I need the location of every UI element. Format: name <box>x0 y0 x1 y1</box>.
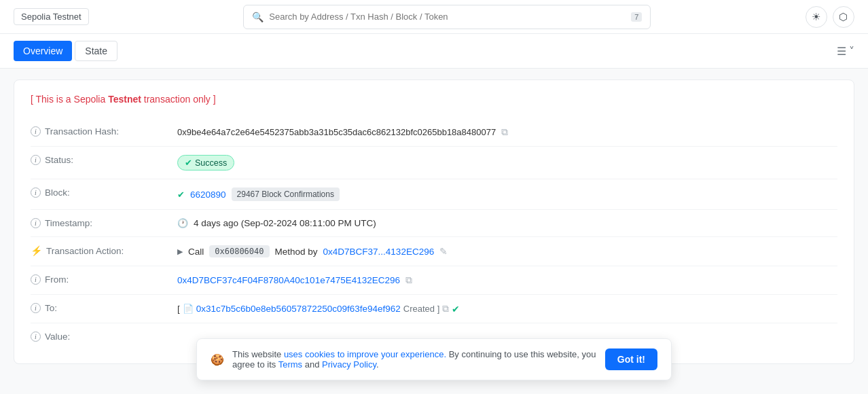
field-row-to: i To: [ 📄 0x31c7b5c6b0e8eb56057872250c09… <box>31 295 837 323</box>
transaction-card: [ This is a Sepolia Testnet transaction … <box>14 79 854 364</box>
lightning-icon: ⚡ <box>31 245 42 256</box>
main-content: [ This is a Sepolia Testnet transaction … <box>0 69 868 375</box>
value-info-icon[interactable]: i <box>31 332 41 342</box>
to-created-text: Created ] <box>403 304 439 314</box>
to-label: i To: <box>31 303 166 313</box>
search-shortcut-badge: 7 <box>631 12 642 22</box>
field-row-timestamp: i Timestamp: 🕐 4 days ago (Sep-02-2024 0… <box>31 210 837 237</box>
got-it-button[interactable]: Got it! <box>605 348 657 370</box>
terms-link[interactable]: Terms <box>278 359 302 370</box>
from-value-container: 0x4D7BCF37c4F04F8780A40c101e7475E4132EC2… <box>177 274 837 286</box>
testnet-bold: Testnet <box>108 94 141 105</box>
search-icon: 🔍 <box>252 12 264 22</box>
cookie-period: . <box>376 359 379 370</box>
hash-value: 0x9be4e64a7c2e64e5452375abb3a31b5c35dac6… <box>177 127 496 137</box>
action-value-container: ▶ Call 0x60806040 Method by 0x4D7BCF37..… <box>177 245 837 257</box>
status-value-container: ✔ Success <box>177 155 837 171</box>
confirmations-badge: 29467 Block Confirmations <box>232 187 340 201</box>
theme-toggle-button[interactable]: ☀ <box>806 6 827 28</box>
action-label: ⚡ Transaction Action: <box>31 245 166 256</box>
status-badge: ✔ Success <box>177 155 234 171</box>
status-info-icon[interactable]: i <box>31 155 41 165</box>
from-info-icon[interactable]: i <box>31 274 41 285</box>
search-bar: 🔍 7 <box>243 5 651 29</box>
tabs-left: Overview State <box>14 34 117 68</box>
edit-icon[interactable]: ✎ <box>439 246 448 257</box>
network-badge[interactable]: Sepolia Testnet <box>14 8 89 25</box>
from-label: i From: <box>31 274 166 285</box>
value-label: i Value: <box>31 332 166 342</box>
to-bracket-open: [ <box>177 304 180 314</box>
block-check-icon: ✔ <box>177 190 185 200</box>
cookie-icon: 🍪 <box>211 353 224 366</box>
field-row-action: ⚡ Transaction Action: ▶ Call 0x60806040 … <box>31 237 837 266</box>
hash-copy-icon[interactable]: ⧉ <box>501 126 508 138</box>
privacy-link[interactable]: Privacy Policy <box>322 359 376 370</box>
cookie-banner: 🍪 This website uses cookies to improve y… <box>196 338 672 375</box>
testnet-text-end: transaction only ] <box>141 94 216 105</box>
from-copy-icon[interactable]: ⧉ <box>405 274 412 286</box>
search-input[interactable] <box>269 12 626 22</box>
field-row-hash: i Transaction Hash: 0x9be4e64a7c2e64e545… <box>31 118 837 147</box>
from-address-link[interactable]: 0x4D7BCF37c4F04F8780A40c101e7475E4132EC2… <box>177 275 400 285</box>
block-label: i Block: <box>31 187 166 198</box>
block-value-container: ✔ 6620890 29467 Block Confirmations <box>177 187 837 201</box>
eth-network-button[interactable]: ⬡ <box>833 6 854 28</box>
testnet-text-before: [ This is a Sepolia <box>31 94 108 105</box>
top-nav: Sepolia Testnet 🔍 7 ☀ ⬡ <box>0 0 868 34</box>
cookie-link[interactable]: uses cookies to improve your experience. <box>284 349 446 359</box>
field-row-from: i From: 0x4D7BCF37c4F04F8780A40c101e7475… <box>31 266 837 295</box>
action-call-text: Call <box>188 247 204 257</box>
to-copy-icon[interactable]: ⧉ <box>442 303 449 315</box>
testnet-banner: [ This is a Sepolia Testnet transaction … <box>31 94 837 105</box>
field-row-status: i Status: ✔ Success <box>31 147 837 179</box>
timestamp-value-container: 🕐 4 days ago (Sep-02-2024 08:11:00 PM UT… <box>177 218 837 228</box>
action-arrow-icon: ▶ <box>177 247 183 256</box>
clock-icon: 🕐 <box>177 218 188 228</box>
timestamp-info-icon[interactable]: i <box>31 218 41 228</box>
cookie-and-text: and <box>302 359 322 370</box>
to-value-container: [ 📄 0x31c7b5c6b0e8eb56057872250c09f63fe9… <box>177 303 837 315</box>
contract-file-icon: 📄 <box>183 304 194 314</box>
action-method-badge: 0x60806040 <box>209 245 269 257</box>
field-row-block: i Block: ✔ 6620890 29467 Block Confirmat… <box>31 179 837 210</box>
action-address-link[interactable]: 0x4D7BCF37...4132EC296 <box>323 247 435 257</box>
block-info-icon[interactable]: i <box>31 187 41 198</box>
nav-icons: ☀ ⬡ <box>806 6 854 28</box>
action-method-by-text: Method by <box>275 247 318 257</box>
hash-value-container: 0x9be4e64a7c2e64e5452375abb3a31b5c35dac6… <box>177 126 837 138</box>
status-label: i Status: <box>31 155 166 165</box>
hash-info-icon[interactable]: i <box>31 126 41 137</box>
cookie-text: This website uses cookies to improve you… <box>232 349 597 370</box>
block-number-link[interactable]: 6620890 <box>190 190 226 200</box>
tabs-bar: Overview State ☰ ˅ <box>0 34 868 69</box>
tab-state[interactable]: State <box>75 41 117 61</box>
hash-label: i Transaction Hash: <box>31 126 166 137</box>
timestamp-label: i Timestamp: <box>31 218 166 228</box>
tab-overview[interactable]: Overview <box>14 41 72 61</box>
cookie-text-before: This website <box>232 349 284 359</box>
to-verified-icon: ✔ <box>452 304 460 315</box>
status-text: Success <box>195 158 227 168</box>
status-check-icon: ✔ <box>185 158 192 168</box>
list-view-icon[interactable]: ☰ ˅ <box>837 45 854 58</box>
to-address-link[interactable]: 0x31c7b5c6b0e8eb56057872250c09f63fe94ef9… <box>196 304 401 314</box>
timestamp-value: 4 days ago (Sep-02-2024 08:11:00 PM UTC) <box>194 218 376 228</box>
to-info-icon[interactable]: i <box>31 303 41 313</box>
